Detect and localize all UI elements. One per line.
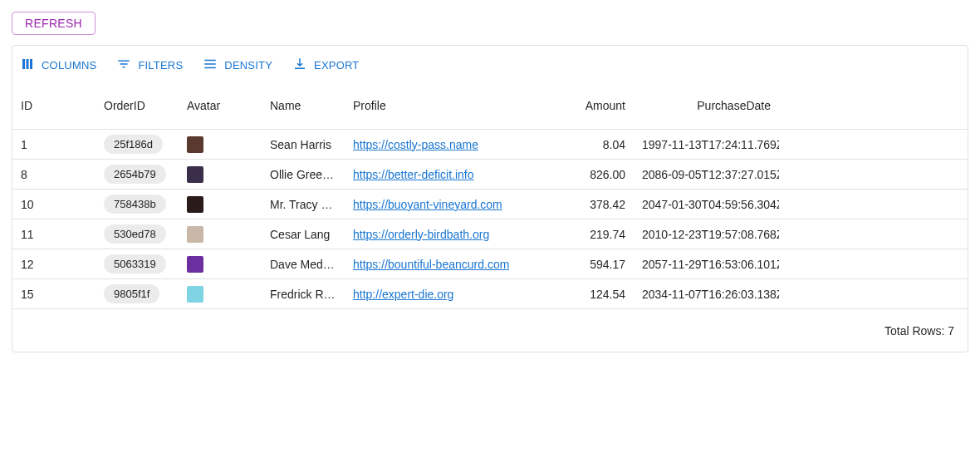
column-header-amount[interactable]: Amount: [529, 82, 634, 129]
data-grid: COLUMNS FILTERS DENSITY EXPORT ID OrderI…: [12, 45, 968, 352]
cell-name: Sean Harris: [262, 130, 345, 159]
grid-rows: 125f186dSean Harrishttps://costly-pass.n…: [12, 129, 968, 308]
cell-amount: 826.00: [529, 160, 634, 189]
column-header-name[interactable]: Name: [262, 82, 345, 129]
column-header-avatar[interactable]: Avatar: [179, 82, 262, 129]
cell-id: 12: [12, 249, 96, 278]
cell-orderid: 758438b: [96, 190, 179, 219]
order-chip: 2654b79: [104, 165, 166, 184]
cell-orderid: 530ed78: [96, 219, 179, 249]
cell-profile: https://orderly-birdbath.org: [345, 219, 529, 249]
column-header-profile[interactable]: Profile: [345, 82, 529, 129]
download-icon: [292, 57, 307, 74]
order-chip: 758438b: [104, 195, 166, 214]
profile-link[interactable]: https://bountiful-beancurd.com: [353, 258, 509, 271]
cell-purchasedate: 2057-11-29T16:53:06.101Z: [634, 249, 779, 278]
cell-id: 8: [12, 160, 96, 189]
total-rows-label: Total Rows: 7: [884, 324, 954, 338]
cell-purchasedate: 1997-11-13T17:24:11.769Z: [634, 130, 779, 159]
table-row[interactable]: 10758438bMr. Tracy Moorehttps://buoyant-…: [12, 189, 968, 219]
cell-purchasedate: 2010-12-23T19:57:08.768Z: [634, 219, 779, 249]
column-header-purchasedate[interactable]: PurchaseDate: [634, 82, 779, 129]
cell-orderid: 9805f1f: [96, 279, 179, 308]
profile-link[interactable]: https://buoyant-vineyard.com: [353, 198, 502, 211]
table-row[interactable]: 159805f1fFredrick Rathhttp://expert-die.…: [12, 278, 968, 308]
cell-avatar: [179, 130, 262, 159]
cell-avatar: [179, 160, 262, 189]
table-row[interactable]: 82654b79Ollie Greenfelderhttps://better-…: [12, 159, 968, 189]
cell-profile: https://buoyant-vineyard.com: [345, 190, 529, 219]
cell-id: 15: [12, 279, 96, 308]
grid-toolbar: COLUMNS FILTERS DENSITY EXPORT: [12, 46, 968, 82]
cell-profile: https://better-deficit.info: [345, 160, 529, 189]
column-header-orderid[interactable]: OrderID: [96, 82, 179, 129]
table-row[interactable]: 125f186dSean Harrishttps://costly-pass.n…: [12, 129, 968, 159]
filters-button[interactable]: FILTERS: [112, 53, 187, 77]
columns-button[interactable]: COLUMNS: [16, 53, 100, 77]
density-button[interactable]: DENSITY: [198, 53, 277, 77]
export-button[interactable]: EXPORT: [288, 53, 363, 77]
profile-link[interactable]: https://better-deficit.info: [353, 168, 474, 181]
cell-amount: 124.54: [529, 279, 634, 308]
columns-icon: [20, 57, 35, 74]
density-label: DENSITY: [224, 59, 272, 71]
cell-orderid: 5063319: [96, 249, 179, 278]
cell-purchasedate: 2034-11-07T16:26:03.138Z: [634, 279, 779, 308]
export-label: EXPORT: [314, 59, 359, 71]
cell-id: 1: [12, 130, 96, 159]
grid-footer: Total Rows: 7: [12, 308, 968, 352]
column-headers-row: ID OrderID Avatar Name Profile Amount Pu…: [12, 82, 968, 129]
cell-avatar: [179, 190, 262, 219]
filters-label: FILTERS: [138, 59, 183, 71]
cell-profile: http://expert-die.org: [345, 279, 529, 308]
refresh-button[interactable]: REFRESH: [12, 12, 96, 35]
avatar: [187, 196, 203, 213]
cell-name: Dave Medhurst: [262, 249, 345, 278]
cell-orderid: 2654b79: [96, 160, 179, 189]
cell-id: 10: [12, 190, 96, 219]
columns-label: COLUMNS: [42, 59, 96, 71]
avatar: [187, 256, 203, 273]
cell-avatar: [179, 279, 262, 308]
cell-name: Ollie Greenfelder: [262, 160, 345, 189]
cell-id: 11: [12, 219, 96, 249]
avatar: [187, 286, 203, 303]
cell-name: Fredrick Rath: [262, 279, 345, 308]
cell-profile: https://costly-pass.name: [345, 130, 529, 159]
table-row[interactable]: 11530ed78Cesar Langhttps://orderly-birdb…: [12, 219, 968, 249]
avatar: [187, 226, 203, 243]
filter-list-icon: [116, 57, 131, 74]
profile-link[interactable]: https://costly-pass.name: [353, 138, 478, 151]
table-row[interactable]: 125063319Dave Medhursthttps://bountiful-…: [12, 249, 968, 278]
order-chip: 5063319: [104, 254, 166, 273]
cell-avatar: [179, 219, 262, 249]
cell-profile: https://bountiful-beancurd.com: [345, 249, 529, 278]
cell-name: Mr. Tracy Moore: [262, 190, 345, 219]
cell-orderid: 25f186d: [96, 130, 179, 159]
cell-name: Cesar Lang: [262, 219, 345, 249]
cell-purchasedate: 2086-09-05T12:37:27.015Z: [634, 160, 779, 189]
column-header-id[interactable]: ID: [12, 82, 96, 129]
avatar: [187, 136, 203, 153]
density-icon: [203, 57, 218, 74]
cell-amount: 594.17: [529, 249, 634, 278]
cell-avatar: [179, 249, 262, 278]
cell-amount: 8.04: [529, 130, 634, 159]
cell-amount: 378.42: [529, 190, 634, 219]
cell-purchasedate: 2047-01-30T04:59:56.304Z: [634, 190, 779, 219]
profile-link[interactable]: http://expert-die.org: [353, 288, 453, 301]
avatar: [187, 166, 203, 183]
order-chip: 530ed78: [104, 224, 166, 244]
profile-link[interactable]: https://orderly-birdbath.org: [353, 228, 489, 241]
order-chip: 9805f1f: [104, 284, 159, 303]
cell-amount: 219.74: [529, 219, 634, 249]
order-chip: 25f186d: [104, 135, 163, 154]
